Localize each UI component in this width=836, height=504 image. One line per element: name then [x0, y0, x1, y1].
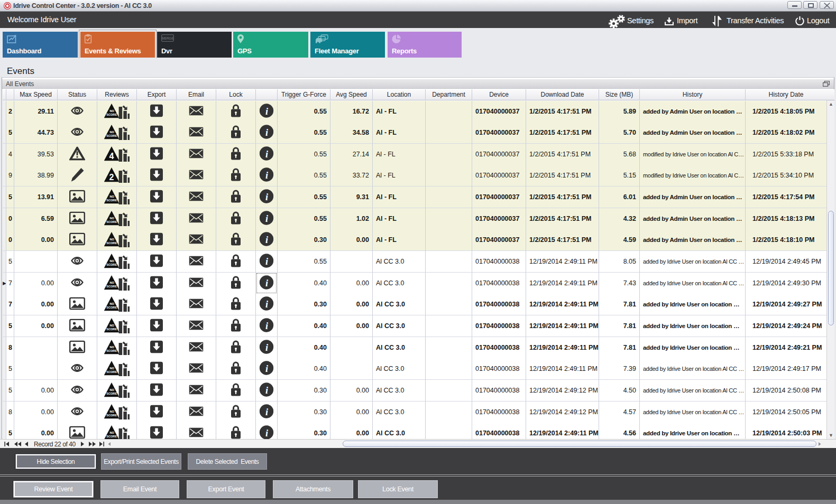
svg-text:Record 22 of 40: Record 22 of 40 [34, 441, 76, 448]
